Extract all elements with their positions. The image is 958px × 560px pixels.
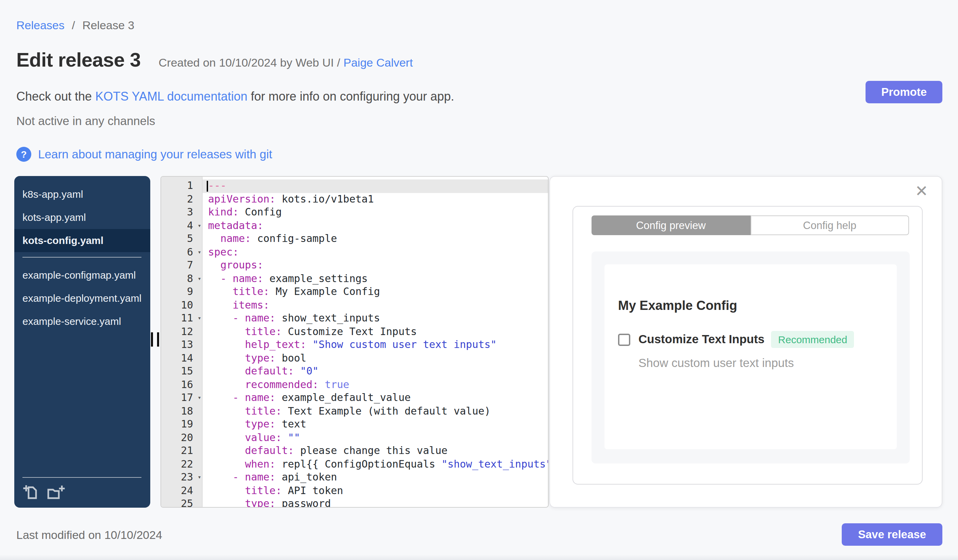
file-item[interactable]: k8s-app.yaml <box>14 183 150 206</box>
preview-tabs: Config preview Config help <box>592 215 909 235</box>
gutter-line: 20 <box>161 431 202 445</box>
code-line[interactable]: default: "0" <box>203 365 548 378</box>
code-line[interactable]: - name: show_text_inputs <box>203 312 548 325</box>
gutter-line: 1 <box>161 179 202 193</box>
code-line[interactable]: kind: Config <box>203 206 548 219</box>
git-help-link[interactable]: Learn about managing your releases with … <box>38 147 272 161</box>
config-item-help: Show custom user text inputs <box>618 356 883 370</box>
yaml-editor[interactable]: 1234▾56▾78▾91011▾121314151617▾1819202122… <box>160 176 549 508</box>
config-group-card: My Example Config Customize Text Inputs … <box>604 264 897 449</box>
gutter-line: 5 <box>161 233 202 246</box>
created-on-prefix: Created on 10/10/2024 by Web UI / <box>159 56 340 69</box>
promote-button[interactable]: Promote <box>866 81 942 103</box>
fold-arrow-icon[interactable]: ▾ <box>198 391 201 405</box>
gutter-line: 8▾ <box>161 272 202 285</box>
fold-arrow-icon[interactable]: ▾ <box>198 246 201 259</box>
code-line[interactable]: when: repl{{ ConfigOptionEquals "show_te… <box>203 458 548 471</box>
code-line[interactable]: - name: example_settings <box>203 272 548 285</box>
question-mark-icon: ? <box>16 147 31 162</box>
gutter-line: 14 <box>161 352 202 365</box>
file-item[interactable]: example-configmap.yaml <box>14 264 150 287</box>
divider <box>22 257 141 258</box>
gutter-line: 12 <box>161 325 202 339</box>
save-release-button[interactable]: Save release <box>842 523 942 546</box>
breadcrumb: Releases / Release 3 <box>16 19 134 33</box>
title-row: Edit release 3 Created on 10/10/2024 by … <box>16 49 413 71</box>
code-line[interactable]: type: text <box>203 418 548 431</box>
new-file-icon[interactable] <box>22 484 40 501</box>
code-line[interactable]: title: Text Example (with default value) <box>203 405 548 418</box>
code-line[interactable]: apiVersion: kots.io/v1beta1 <box>203 193 548 206</box>
author-link[interactable]: Paige Calvert <box>343 56 413 69</box>
gutter-line: 22 <box>161 458 202 471</box>
code-line[interactable]: - name: api_token <box>203 471 548 484</box>
breadcrumb-current: Release 3 <box>82 19 134 32</box>
gutter-line: 10 <box>161 299 202 312</box>
gutter-line: 23▾ <box>161 471 202 484</box>
close-icon[interactable]: ✕ <box>915 184 928 199</box>
gutter-line: 19 <box>161 418 202 431</box>
code-line[interactable]: title: API token <box>203 484 548 497</box>
code-line[interactable]: type: bool <box>203 352 548 365</box>
config-preview-body: My Example Config Customize Text Inputs … <box>592 252 910 464</box>
gutter-line: 2 <box>161 193 202 206</box>
code-line[interactable]: - name: example_default_value <box>203 391 548 405</box>
config-container: Config preview Config help My Example Co… <box>573 206 923 484</box>
gutter-line: 3 <box>161 206 202 219</box>
code-line[interactable]: title: My Example Config <box>203 285 548 299</box>
code-line[interactable]: recommended: true <box>203 378 548 391</box>
gutter-line: 9 <box>161 285 202 299</box>
docs-note-suffix: for more info on configuring your app. <box>247 90 454 103</box>
new-folder-icon[interactable] <box>46 484 65 501</box>
gutter-line: 16 <box>161 378 202 391</box>
code-line[interactable]: spec: <box>203 246 548 259</box>
kots-docs-link[interactable]: KOTS YAML documentation <box>95 90 247 103</box>
tab-config-help[interactable]: Config help <box>750 215 909 235</box>
last-modified-text: Last modified on 10/10/2024 <box>16 529 162 542</box>
file-item[interactable]: example-service.yaml <box>14 310 150 333</box>
breadcrumb-separator: / <box>72 19 75 32</box>
code-line[interactable]: help_text: "Show custom user text inputs… <box>203 339 548 352</box>
file-list: k8s-app.yamlkots-app.yamlkots-config.yam… <box>14 183 150 333</box>
fold-arrow-icon[interactable]: ▾ <box>198 312 201 325</box>
config-checkbox[interactable] <box>618 333 630 346</box>
code-line[interactable]: groups: <box>203 259 548 272</box>
docs-note: Check out the KOTS YAML documentation fo… <box>16 90 454 104</box>
release-editor-page: Releases / Release 3 Edit release 3 Crea… <box>0 0 958 560</box>
recommended-badge: Recommended <box>771 331 854 348</box>
code-line[interactable]: name: config-sample <box>203 233 548 246</box>
docs-note-prefix: Check out the <box>16 90 95 103</box>
tab-config-preview[interactable]: Config preview <box>592 215 750 235</box>
git-help-row: ? Learn about managing your releases wit… <box>16 147 272 162</box>
code-line[interactable]: default: please change this value <box>203 445 548 458</box>
text-cursor <box>207 181 208 191</box>
channel-status: Not active in any channels <box>16 114 155 128</box>
fold-arrow-icon[interactable]: ▾ <box>198 471 201 484</box>
fold-arrow-icon[interactable]: ▾ <box>198 219 201 233</box>
code-line[interactable]: type: password <box>203 497 548 507</box>
breadcrumb-releases-link[interactable]: Releases <box>16 19 65 32</box>
file-item[interactable]: kots-app.yaml <box>14 206 150 229</box>
code-line[interactable]: value: "" <box>203 431 548 445</box>
code-line[interactable]: title: Customize Text Inputs <box>203 325 548 339</box>
gutter-line: 15 <box>161 365 202 378</box>
gutter-line: 17▾ <box>161 391 202 405</box>
config-item-label: Customize Text Inputs <box>638 332 764 346</box>
panel-resize-handle-left[interactable] <box>149 332 160 346</box>
page-title: Edit release 3 <box>16 49 141 71</box>
file-item[interactable]: kots-config.yaml <box>14 229 150 252</box>
code-line[interactable]: items: <box>203 299 548 312</box>
editor-code[interactable]: ---apiVersion: kots.io/v1beta1kind: Conf… <box>203 177 548 507</box>
config-preview-panel: ✕ Config preview Config help My Example … <box>549 176 942 508</box>
gutter-line: 21 <box>161 445 202 458</box>
gutter-line: 11▾ <box>161 312 202 325</box>
file-item[interactable]: example-deployment.yaml <box>14 287 150 310</box>
gutter-line: 18 <box>161 405 202 418</box>
gutter-line: 24 <box>161 484 202 497</box>
file-tree-panel: k8s-app.yamlkots-app.yamlkots-config.yam… <box>14 176 150 508</box>
code-line[interactable]: --- <box>203 179 548 193</box>
file-tree-footer <box>14 472 150 508</box>
code-line[interactable]: metadata: <box>203 219 548 233</box>
fold-arrow-icon[interactable]: ▾ <box>198 272 201 285</box>
config-group-title: My Example Config <box>618 298 883 313</box>
